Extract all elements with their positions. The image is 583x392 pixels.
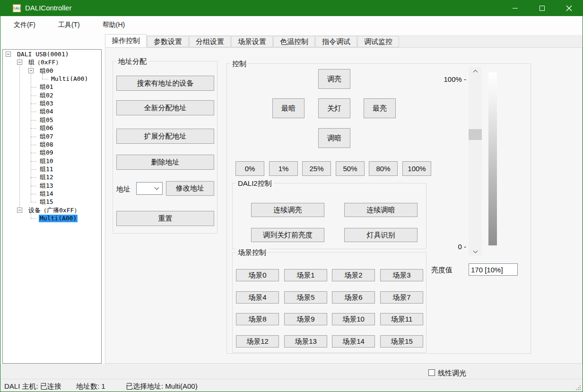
scene-button-4[interactable]: 场景4 bbox=[236, 291, 279, 304]
tab-parameter-settings[interactable]: 参数设置 bbox=[147, 36, 189, 47]
scene-button-15[interactable]: 场景15 bbox=[380, 335, 423, 348]
continuous-dim-button[interactable]: 连续调暗 bbox=[344, 203, 418, 217]
extend-assign-address-button[interactable]: 扩展分配地址 bbox=[116, 129, 214, 144]
tree-item-3[interactable]: Multi(A00) bbox=[50, 75, 89, 83]
dali2-control-group-title: DALI2控制 bbox=[236, 179, 274, 188]
chevron-down-icon bbox=[473, 248, 478, 253]
tree-connector bbox=[31, 87, 36, 87]
scene-button-12[interactable]: 场景12 bbox=[236, 335, 279, 348]
scroll-down-button[interactable] bbox=[469, 247, 482, 256]
resize-grip[interactable] bbox=[575, 384, 581, 390]
tree-item-17[interactable]: 组14 bbox=[39, 190, 54, 198]
tree-connector bbox=[31, 137, 36, 137]
minimize-button[interactable] bbox=[502, 0, 529, 16]
tree-item-13[interactable]: 组10 bbox=[39, 157, 54, 165]
tree-item-5[interactable]: 组02 bbox=[39, 92, 54, 99]
dim-up-button[interactable]: 调亮 bbox=[318, 69, 350, 89]
linear-dimming-label: 线性调光 bbox=[438, 369, 466, 378]
menu-item-1[interactable]: 工具(T) bbox=[53, 19, 85, 31]
tree-item-6[interactable]: 组03 bbox=[39, 100, 54, 107]
delete-address-button[interactable]: 删除地址 bbox=[116, 155, 214, 170]
tree-expander[interactable] bbox=[28, 68, 34, 73]
tree-item-8[interactable]: 组05 bbox=[39, 116, 54, 124]
tree-item-15[interactable]: 组12 bbox=[39, 174, 54, 181]
address-combobox[interactable] bbox=[136, 182, 163, 195]
menu-bar: 文件(F)工具(T)帮助(H) bbox=[0, 16, 583, 34]
tree-item-12[interactable]: 组09 bbox=[39, 149, 54, 157]
percent-button-100%[interactable]: 100% bbox=[402, 161, 431, 176]
footer-strip bbox=[0, 364, 583, 379]
scene-button-13[interactable]: 场景13 bbox=[284, 335, 327, 348]
tree-expander[interactable] bbox=[17, 208, 22, 213]
tree-expander[interactable] bbox=[17, 60, 22, 65]
tree-connector bbox=[31, 161, 36, 162]
tree-item-0[interactable]: DALI USB(0001) bbox=[16, 51, 70, 58]
continuous-brighten-button[interactable]: 连续调亮 bbox=[251, 203, 324, 217]
scene-button-7[interactable]: 场景7 bbox=[380, 291, 423, 304]
dim-down-button[interactable]: 调暗 bbox=[318, 128, 350, 148]
scene-button-14[interactable]: 场景14 bbox=[332, 335, 375, 348]
tree-item-19[interactable]: 设备（广播0xFF） bbox=[27, 207, 81, 214]
scene-button-5[interactable]: 场景5 bbox=[284, 291, 327, 304]
scene-button-11[interactable]: 场景11 bbox=[380, 313, 423, 325]
tree-item-14[interactable]: 组11 bbox=[39, 166, 54, 173]
scene-button-10[interactable]: 场景10 bbox=[332, 313, 375, 325]
brightness-gradient-bar bbox=[488, 72, 497, 245]
tree-item-11[interactable]: 组08 bbox=[39, 141, 54, 148]
darkest-button[interactable]: 最暗 bbox=[272, 98, 305, 118]
menu-item-2[interactable]: 帮助(H) bbox=[98, 19, 130, 31]
modify-address-button[interactable]: 修改地址 bbox=[166, 181, 214, 196]
linear-dimming-checkbox[interactable] bbox=[428, 369, 435, 376]
brightest-button[interactable]: 最亮 bbox=[364, 98, 396, 118]
tree-item-16[interactable]: 组13 bbox=[39, 182, 54, 190]
scene-button-2[interactable]: 场景2 bbox=[332, 269, 375, 281]
scrollbar-thumb[interactable] bbox=[469, 129, 482, 140]
luminaire-identify-button[interactable]: 灯具识别 bbox=[344, 228, 418, 242]
scene-button-8[interactable]: 场景8 bbox=[236, 313, 279, 325]
window-title: DALIController bbox=[25, 4, 71, 12]
goto-level-before-off-button[interactable]: 调到关灯前亮度 bbox=[251, 228, 324, 242]
status-connection: DALI 主机: 已连接 bbox=[4, 382, 61, 391]
tab-color-temp-control[interactable]: 色温控制 bbox=[273, 36, 315, 47]
reset-button[interactable]: 重置 bbox=[116, 211, 214, 226]
app-icon: DALI bbox=[13, 4, 21, 12]
tree-item-7[interactable]: 组04 bbox=[39, 108, 54, 115]
tab-command-debug[interactable]: 指令调试 bbox=[315, 36, 357, 47]
assign-all-new-address-button[interactable]: 全新分配地址 bbox=[116, 100, 214, 115]
tree-item-10[interactable]: 组07 bbox=[39, 133, 54, 140]
tree-item-4[interactable]: 组01 bbox=[39, 83, 54, 91]
tree-expander[interactable] bbox=[6, 52, 11, 57]
tree-item-18[interactable]: 组15 bbox=[39, 198, 54, 206]
tree-item-9[interactable]: 组06 bbox=[39, 124, 54, 132]
brightness-scrollbar[interactable] bbox=[469, 67, 482, 256]
percent-button-80%[interactable]: 80% bbox=[369, 161, 398, 176]
brightness-value-field[interactable]: 170 [10%] bbox=[469, 263, 518, 276]
close-button[interactable] bbox=[556, 0, 583, 16]
tree-item-20[interactable]: Multi(A00) bbox=[39, 215, 78, 222]
tab-group-settings[interactable]: 分组设置 bbox=[189, 36, 231, 47]
tab-scene-settings[interactable]: 场景设置 bbox=[231, 36, 273, 47]
tree-item-2[interactable]: 组00 bbox=[39, 67, 54, 75]
scene-button-0[interactable]: 场景0 bbox=[236, 269, 279, 281]
search-addressed-devices-button[interactable]: 搜索有地址的设备 bbox=[116, 76, 214, 91]
tree-connector bbox=[31, 96, 36, 96]
percent-button-25%[interactable]: 25% bbox=[302, 161, 331, 176]
scene-button-1[interactable]: 场景1 bbox=[284, 269, 327, 281]
percent-button-0%[interactable]: 0% bbox=[235, 161, 264, 176]
chevron-up-icon bbox=[473, 70, 478, 74]
tree-item-1[interactable]: 组（0xFF） bbox=[27, 59, 62, 66]
menu-item-0[interactable]: 文件(F) bbox=[9, 19, 40, 31]
scene-button-6[interactable]: 场景6 bbox=[332, 291, 375, 304]
percent-button-1%[interactable]: 1% bbox=[269, 161, 298, 176]
percent-button-50%[interactable]: 50% bbox=[336, 161, 365, 176]
status-address-count: 地址数: 1 bbox=[76, 382, 105, 391]
scene-button-3[interactable]: 场景3 bbox=[380, 269, 423, 281]
scene-button-9[interactable]: 场景9 bbox=[284, 313, 327, 325]
light-off-button[interactable]: 关灯 bbox=[318, 98, 350, 118]
maximize-button[interactable] bbox=[529, 0, 556, 16]
tab-operation-control[interactable]: 操作控制 bbox=[105, 34, 147, 47]
tab-debug-monitor[interactable]: 调试监控 bbox=[357, 36, 399, 47]
chevron-down-icon bbox=[155, 185, 159, 190]
control-group-title: 控制 bbox=[230, 59, 248, 68]
scroll-up-button[interactable] bbox=[469, 67, 482, 75]
